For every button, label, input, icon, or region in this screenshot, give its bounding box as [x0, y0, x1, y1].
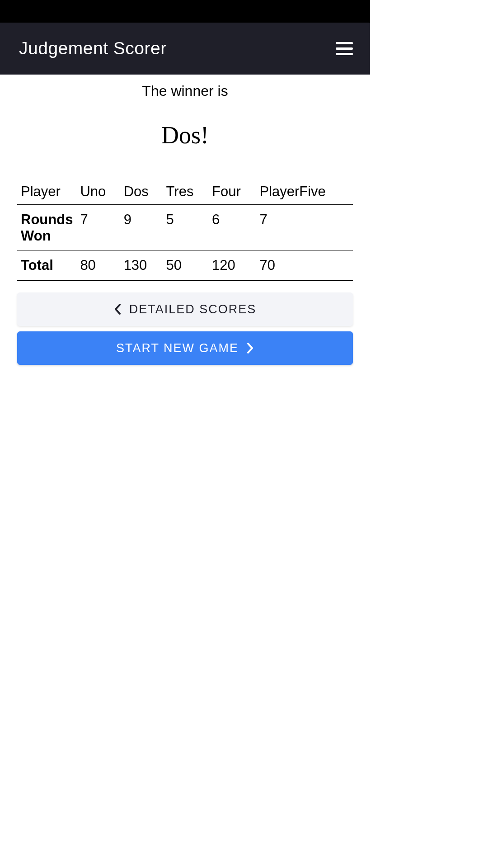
- table-header-row: Player Uno Dos Tres Four PlayerFive: [17, 177, 353, 205]
- score-table: Player Uno Dos Tres Four PlayerFive Roun…: [17, 177, 353, 281]
- hamburger-menu-icon[interactable]: [336, 42, 353, 55]
- score-cell: 130: [120, 251, 163, 281]
- table-header-cell: Tres: [163, 177, 209, 205]
- table-header-cell: Four: [208, 177, 256, 205]
- score-cell: 7: [256, 205, 353, 251]
- table-header-cell: Dos: [120, 177, 163, 205]
- score-cell: 50: [163, 251, 209, 281]
- table-row: Rounds Won 7 9 5 6 7: [17, 205, 353, 251]
- score-cell: 80: [76, 251, 120, 281]
- chevron-left-icon: [114, 303, 121, 315]
- detailed-scores-button[interactable]: DETAILED SCORES: [17, 292, 353, 326]
- row-label: Rounds Won: [17, 205, 76, 251]
- table-row: Total 80 130 50 120 70: [17, 251, 353, 281]
- score-cell: 9: [120, 205, 163, 251]
- score-cell: 70: [256, 251, 353, 281]
- table-header-cell: PlayerFive: [256, 177, 353, 205]
- winner-label: The winner is: [17, 83, 353, 99]
- table-header-player: Player: [17, 177, 76, 205]
- score-cell: 6: [208, 205, 256, 251]
- app-title: Judgement Scorer: [19, 38, 167, 58]
- status-bar: [0, 0, 370, 23]
- button-label: DETAILED SCORES: [129, 302, 257, 316]
- start-new-game-button[interactable]: START NEW GAME: [17, 331, 353, 365]
- button-group: DETAILED SCORES START NEW GAME: [17, 292, 353, 365]
- score-cell: 120: [208, 251, 256, 281]
- button-label: START NEW GAME: [116, 341, 239, 355]
- winner-name: Dos!: [17, 121, 353, 149]
- row-label: Total: [17, 251, 76, 281]
- app-header: Judgement Scorer: [0, 23, 370, 75]
- table-header-cell: Uno: [76, 177, 120, 205]
- score-cell: 5: [163, 205, 209, 251]
- main-content: The winner is Dos! Player Uno Dos Tres F…: [0, 83, 370, 365]
- score-cell: 7: [76, 205, 120, 251]
- chevron-right-icon: [247, 342, 254, 354]
